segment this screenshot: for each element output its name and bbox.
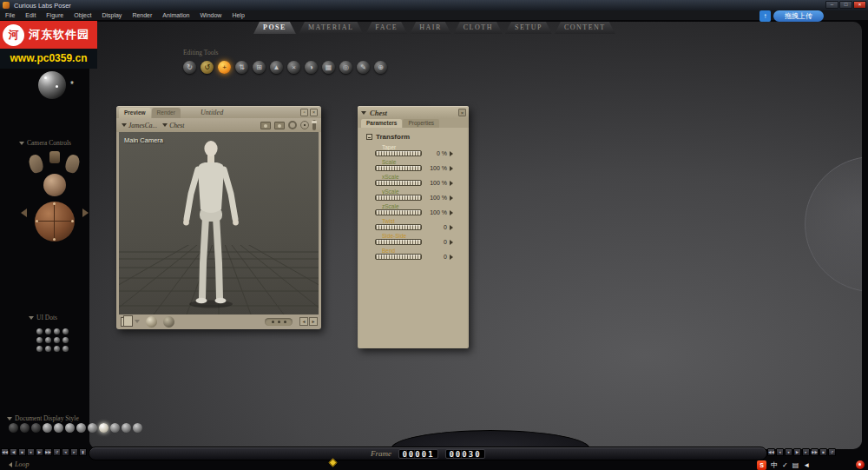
step-forward-button[interactable]: ▸ bbox=[802, 448, 810, 456]
camera-view-icon[interactable] bbox=[260, 122, 271, 129]
collapse-window-button[interactable]: ▫ bbox=[300, 109, 308, 116]
style-smooth-lined[interactable] bbox=[110, 423, 120, 433]
dial-ribbon[interactable] bbox=[375, 224, 422, 230]
actor-selector-dropdown[interactable]: Chest bbox=[162, 122, 184, 129]
focal-knob[interactable] bbox=[146, 316, 157, 328]
figure-selector-dropdown[interactable]: JamesCa... bbox=[122, 122, 157, 129]
step-back-button[interactable]: ◂ bbox=[776, 448, 784, 456]
record-button[interactable]: ● bbox=[27, 448, 35, 456]
dial-menu-arrow-icon[interactable] bbox=[450, 255, 453, 260]
memory-dot[interactable] bbox=[54, 328, 60, 334]
light-controls-ball[interactable] bbox=[38, 71, 66, 99]
dial-value[interactable]: 100 % bbox=[424, 209, 447, 215]
style-lit-wireframe[interactable] bbox=[54, 423, 63, 433]
preview-viewport[interactable]: Main Camera bbox=[119, 132, 319, 314]
dial-ribbon[interactable] bbox=[375, 180, 422, 186]
dial-ribbon[interactable] bbox=[375, 209, 422, 215]
tab-face[interactable]: FACE bbox=[365, 22, 407, 34]
style-outline[interactable] bbox=[20, 423, 30, 433]
ui-dots-label[interactable]: UI Dots bbox=[29, 314, 57, 321]
dial-ribbon[interactable] bbox=[375, 165, 422, 171]
memory-dot[interactable] bbox=[54, 337, 60, 343]
style-flat-lined[interactable] bbox=[76, 423, 86, 433]
memory-dot[interactable] bbox=[36, 328, 43, 334]
memory-dot[interactable] bbox=[62, 328, 69, 334]
close-window-button[interactable]: × bbox=[310, 109, 318, 116]
style-flat-shaded[interactable] bbox=[65, 423, 75, 433]
style-hidden-line[interactable] bbox=[43, 423, 52, 433]
orbit-camera-icon[interactable] bbox=[288, 121, 297, 129]
left-hand-camera-icon[interactable] bbox=[28, 153, 45, 174]
light-indicator-dot[interactable] bbox=[44, 76, 47, 79]
view-magnifier-tool-icon[interactable]: ◎ bbox=[339, 61, 352, 74]
menu-display[interactable]: Display bbox=[96, 12, 127, 18]
depth-cue-slider[interactable] bbox=[312, 120, 316, 130]
upload-icon[interactable]: ↑ bbox=[760, 10, 771, 22]
close-button[interactable]: × bbox=[853, 1, 866, 9]
end-frame-counter[interactable]: 00030 bbox=[445, 449, 485, 459]
right-hand-camera-icon[interactable] bbox=[64, 153, 82, 174]
dial-menu-arrow-icon[interactable] bbox=[450, 210, 453, 215]
style-wireframe[interactable] bbox=[31, 423, 41, 433]
ime-mode-icon[interactable]: ✓ bbox=[782, 461, 788, 469]
memory-dot[interactable] bbox=[45, 337, 51, 343]
camera-name-label[interactable]: Main Camera bbox=[124, 136, 163, 144]
dial-menu-arrow-icon[interactable] bbox=[450, 151, 453, 156]
step-forward-button[interactable]: ▸ bbox=[70, 448, 78, 456]
collapse-section-icon[interactable] bbox=[366, 134, 372, 140]
camera-trackball[interactable] bbox=[35, 202, 75, 242]
transform-section-header[interactable]: Transform bbox=[366, 133, 467, 141]
scale-knob[interactable] bbox=[163, 316, 174, 328]
memory-dot[interactable] bbox=[45, 346, 51, 352]
dial-menu-arrow-icon[interactable] bbox=[450, 166, 453, 171]
menu-animation[interactable]: Animation bbox=[157, 12, 194, 18]
dial-menu-arrow-icon[interactable] bbox=[450, 181, 453, 186]
chain-break-tool-icon[interactable]: × bbox=[287, 61, 300, 74]
document-display-style-label[interactable]: Document Display Style bbox=[7, 414, 79, 422]
current-frame-counter[interactable]: 00001 bbox=[398, 449, 438, 459]
stop-button[interactable]: ■ bbox=[18, 448, 26, 456]
sogou-input-icon[interactable]: S bbox=[757, 460, 766, 470]
maximize-button[interactable]: □ bbox=[839, 1, 852, 9]
tab-preview[interactable]: Preview bbox=[119, 108, 151, 118]
face-camera-icon[interactable] bbox=[43, 174, 66, 196]
loop-toggle-button[interactable]: ↺ bbox=[53, 448, 61, 456]
palette-close-button[interactable]: × bbox=[458, 109, 466, 116]
color-tool-icon[interactable]: ◑ bbox=[305, 61, 318, 74]
menu-help[interactable]: Help bbox=[227, 12, 249, 18]
drag-upload-button[interactable]: 拖拽上传 bbox=[773, 10, 824, 22]
rotate-tool-icon[interactable]: ↻ bbox=[183, 61, 196, 74]
camera-next-arrow-icon[interactable] bbox=[82, 209, 89, 217]
loop-indicator[interactable]: Loop bbox=[9, 460, 29, 468]
light-indicator-dot[interactable] bbox=[56, 85, 58, 88]
menu-figure[interactable]: Figure bbox=[41, 12, 69, 18]
style-texture-shaded[interactable] bbox=[122, 423, 131, 433]
memory-dot[interactable] bbox=[36, 337, 43, 343]
dial-value[interactable]: 0 % bbox=[424, 150, 447, 156]
style-cartoon[interactable] bbox=[88, 423, 97, 433]
play-button[interactable]: ▶ bbox=[793, 448, 801, 456]
dial-menu-arrow-icon[interactable] bbox=[450, 195, 453, 201]
memory-dot[interactable] bbox=[45, 328, 51, 334]
scroll-right-button[interactable]: ▸ bbox=[309, 317, 318, 326]
tab-parameters[interactable]: Parameters bbox=[361, 119, 402, 128]
dial-value[interactable]: 0 bbox=[424, 254, 447, 260]
ime-chinese-icon[interactable]: 中 bbox=[771, 460, 778, 470]
grouping-tool-icon[interactable]: ▦ bbox=[322, 61, 335, 74]
camera-controls-label[interactable]: Camera Controls bbox=[19, 139, 71, 147]
style-cartoon-lined[interactable] bbox=[133, 423, 142, 433]
memory-dot[interactable] bbox=[62, 337, 69, 343]
go-last-frame-button[interactable]: ▶▶ bbox=[44, 448, 52, 456]
soft-keyboard-icon[interactable]: ▤ bbox=[792, 461, 799, 469]
dial-ribbon[interactable] bbox=[375, 150, 422, 156]
dial-value[interactable]: 0 bbox=[424, 224, 447, 230]
speaker-icon[interactable]: ◄ bbox=[803, 461, 810, 469]
dial-value[interactable]: 100 % bbox=[424, 195, 447, 201]
translate-pull-tool-icon[interactable]: + bbox=[218, 61, 231, 74]
figure-james[interactable] bbox=[183, 141, 239, 308]
menu-window[interactable]: Window bbox=[194, 12, 227, 18]
go-first-frame-button[interactable]: ◀◀ bbox=[1, 448, 9, 456]
translate-in-out-tool-icon[interactable]: ⇅ bbox=[235, 61, 248, 74]
security-tray-icon[interactable] bbox=[856, 460, 865, 469]
tab-setup[interactable]: SETUP bbox=[505, 22, 552, 34]
